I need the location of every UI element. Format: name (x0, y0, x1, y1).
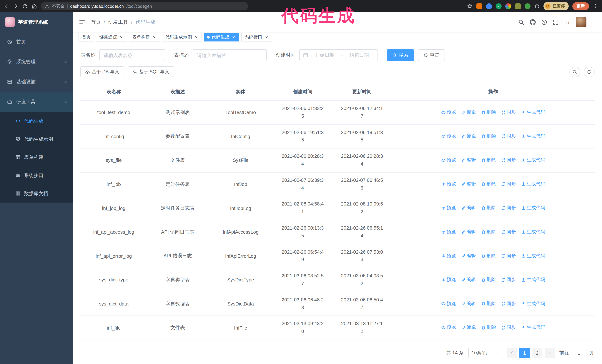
extension-check-icon[interactable]: ✓ (496, 3, 502, 9)
sync-action[interactable]: 同步 (501, 181, 516, 187)
table-name-input[interactable] (99, 49, 165, 61)
update-button[interactable]: 更新 (572, 2, 589, 10)
edit-action[interactable]: 编辑 (461, 253, 476, 259)
extensions-puzzle-icon[interactable] (534, 3, 540, 9)
generate-action[interactable]: 生成代码 (521, 277, 545, 283)
sidebar-subitem-codegen[interactable]: 代码生成 (0, 112, 73, 130)
preview-action[interactable]: 预览 (441, 109, 456, 115)
preview-action[interactable]: 预览 (441, 133, 456, 139)
extension-icon[interactable] (515, 3, 521, 9)
delete-action[interactable]: 删除 (481, 229, 496, 235)
edit-action[interactable]: 编辑 (461, 277, 476, 283)
browser-menu-icon[interactable] (593, 3, 598, 9)
sidebar-item-home[interactable]: 首页 (0, 32, 73, 52)
preview-action[interactable]: 预览 (441, 253, 456, 259)
sidebar-item-devtools[interactable]: 研发工具 (0, 92, 73, 112)
generate-action[interactable]: 生成代码 (521, 253, 545, 259)
extension-icon[interactable] (486, 3, 492, 9)
sidebar-subitem-api[interactable]: 系统接口 (0, 166, 73, 184)
edit-action[interactable]: 编辑 (461, 301, 476, 307)
user-avatar[interactable] (576, 17, 586, 27)
preview-action[interactable]: 预览 (441, 205, 456, 211)
sync-action[interactable]: 同步 (501, 157, 516, 163)
preview-action[interactable]: 预览 (441, 324, 456, 331)
table-desc-input[interactable] (193, 49, 267, 61)
generate-action[interactable]: 生成代码 (521, 157, 545, 163)
reset-button[interactable]: 重置 (418, 49, 445, 61)
tab-home[interactable]: 首页 (78, 33, 94, 42)
generate-action[interactable]: 生成代码 (521, 229, 545, 235)
breadcrumb-item[interactable]: 首页 (91, 19, 101, 25)
edit-action[interactable]: 编辑 (461, 109, 476, 115)
sidebar-item-infra[interactable]: 基础设施 (0, 72, 73, 92)
search-button[interactable]: 搜索 (387, 49, 414, 61)
delete-action[interactable]: 删除 (481, 181, 496, 187)
goto-page-input[interactable] (572, 348, 586, 358)
delete-action[interactable]: 删除 (481, 301, 496, 307)
extension-icon[interactable] (505, 3, 511, 9)
toggle-search-button[interactable] (570, 66, 580, 77)
page-button-1[interactable]: 1 (519, 348, 530, 358)
sidebar-logo[interactable]: 芋道管理系统 (0, 12, 73, 32)
extension-icon[interactable] (525, 3, 530, 9)
sync-action[interactable]: 同步 (501, 324, 516, 331)
generate-action[interactable]: 生成代码 (521, 205, 545, 211)
browser-home-icon[interactable] (32, 3, 37, 9)
edit-action[interactable]: 编辑 (461, 133, 476, 139)
refresh-table-button[interactable] (584, 66, 595, 77)
sidebar-subitem-db-doc[interactable]: 数据库文档 (0, 184, 73, 203)
browser-forward-icon[interactable] (13, 3, 19, 9)
sync-action[interactable]: 同步 (501, 109, 516, 115)
delete-action[interactable]: 删除 (481, 277, 496, 283)
browser-reload-icon[interactable] (22, 3, 28, 9)
tab-codegen[interactable]: 代码生成× (204, 33, 239, 42)
edit-action[interactable]: 编辑 (461, 324, 476, 331)
sync-action[interactable]: 同步 (501, 277, 516, 283)
sidebar-subitem-codegen-example[interactable]: 代码生成示例 (0, 130, 73, 148)
delete-action[interactable]: 删除 (481, 109, 496, 115)
preview-action[interactable]: 预览 (441, 277, 456, 283)
delete-action[interactable]: 删除 (481, 324, 496, 331)
fullscreen-icon[interactable] (553, 19, 559, 25)
sync-action[interactable]: 同步 (501, 205, 516, 211)
close-icon[interactable]: × (264, 35, 269, 40)
edit-action[interactable]: 编辑 (461, 229, 476, 235)
close-icon[interactable]: × (152, 35, 157, 40)
sync-action[interactable]: 同步 (501, 301, 516, 307)
generate-action[interactable]: 生成代码 (521, 301, 545, 307)
tab-tracer[interactable]: 链路追踪× (96, 33, 127, 42)
preview-action[interactable]: 预览 (441, 181, 456, 187)
prev-page-button[interactable] (507, 348, 517, 358)
preview-action[interactable]: 预览 (441, 229, 456, 235)
generate-action[interactable]: 生成代码 (521, 324, 545, 331)
generate-action[interactable]: 生成代码 (521, 181, 545, 187)
delete-action[interactable]: 删除 (481, 205, 496, 211)
tab-codegen-example[interactable]: 代码生成示例× (162, 33, 202, 42)
page-size-select[interactable]: 10条/页 (468, 348, 502, 358)
next-page-button[interactable] (545, 348, 555, 358)
delete-action[interactable]: 删除 (481, 157, 496, 163)
delete-action[interactable]: 删除 (481, 253, 496, 259)
sync-action[interactable]: 同步 (501, 229, 516, 235)
bookmark-star-icon[interactable] (467, 3, 473, 9)
edit-action[interactable]: 编辑 (461, 157, 476, 163)
import-sql-button[interactable]: 基于 SQL 导入 (128, 66, 174, 77)
help-icon[interactable] (541, 19, 547, 25)
close-icon[interactable]: × (119, 35, 124, 40)
preview-action[interactable]: 预览 (441, 301, 456, 307)
import-db-button[interactable]: 基于 DB 导入 (80, 66, 124, 77)
sync-action[interactable]: 同步 (501, 133, 516, 139)
date-range-picker[interactable]: 开始日期 - 结束日期 (299, 49, 378, 61)
font-size-icon[interactable]: TT (564, 19, 570, 25)
edit-action[interactable]: 编辑 (461, 181, 476, 187)
edit-action[interactable]: 编辑 (461, 205, 476, 211)
delete-action[interactable]: 删除 (481, 133, 496, 139)
github-icon[interactable] (530, 19, 536, 25)
address-bar[interactable]: 不安全 dashboard.yudao.iocoder.cn/tool/code… (41, 2, 248, 10)
close-icon[interactable]: × (231, 35, 236, 40)
generate-action[interactable]: 生成代码 (521, 133, 545, 139)
extension-icon[interactable] (476, 3, 482, 9)
tab-form-builder[interactable]: 表单构建× (129, 33, 160, 42)
sync-action[interactable]: 同步 (501, 253, 516, 259)
preview-action[interactable]: 预览 (441, 157, 456, 163)
